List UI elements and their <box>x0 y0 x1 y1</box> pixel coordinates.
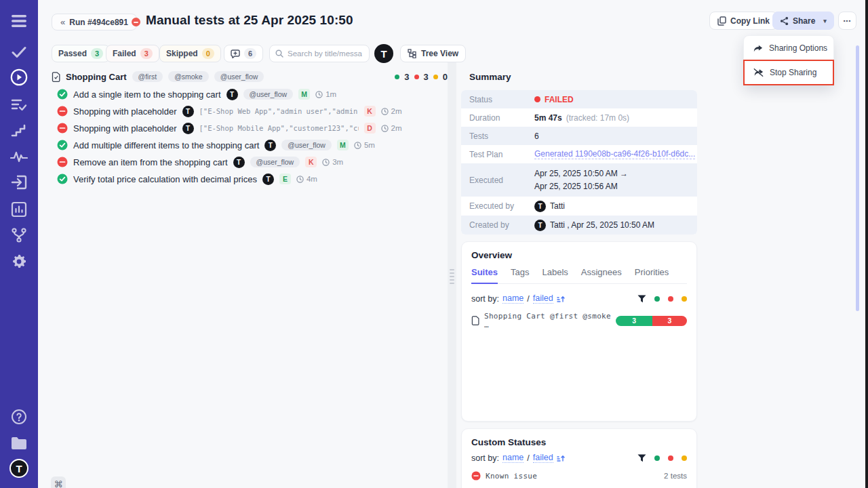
comments-filter-button[interactable]: 6 <box>224 45 263 62</box>
suite-result-bar[interactable]: 3 3 <box>616 316 687 326</box>
sort-by-failed-link[interactable]: failed <box>533 453 553 463</box>
sort-by-name-link[interactable]: name <box>502 293 524 304</box>
framework-logo: T <box>264 140 276 151</box>
overview-title: Overview <box>471 250 687 260</box>
test-failed-icon <box>57 123 68 134</box>
test-duration: 3m <box>322 158 343 166</box>
failed-bar-segment: 3 <box>652 316 687 326</box>
sort-ascending-icon[interactable] <box>557 454 565 462</box>
framework-logo: T <box>226 89 238 100</box>
test-title: Add multiple different items to the shop… <box>73 140 259 150</box>
import-icon[interactable] <box>0 172 38 192</box>
tree-view-icon <box>408 49 417 58</box>
tab-suites[interactable]: Suites <box>471 267 498 284</box>
summary-title: Summary <box>469 72 511 82</box>
chevron-left-icon: « <box>60 17 65 27</box>
test-title: Shopping with placeholder <box>73 106 177 117</box>
skipped-filter-dot[interactable] <box>682 296 687 302</box>
search-box[interactable] <box>269 45 370 62</box>
analytics-icon[interactable] <box>0 199 38 220</box>
test-title: Verify total price calculation with deci… <box>73 174 257 184</box>
overview-suite-row[interactable]: Shopping Cart @first @smoke … 3 3 <box>471 312 687 329</box>
tab-tags[interactable]: Tags <box>511 267 529 283</box>
failed-filter-dot[interactable] <box>668 455 673 461</box>
filter-passed-button[interactable]: Passed 3 <box>52 45 110 62</box>
tab-assignees[interactable]: Assignees <box>581 267 622 283</box>
summary-row-status: Status FAILED <box>461 90 697 108</box>
summary-table: Status FAILED Duration 5m 47s(tracked: 1… <box>461 90 697 235</box>
check-icon[interactable] <box>0 42 38 62</box>
share-dropdown-menu: Sharing Options Stop Sharing <box>743 35 834 85</box>
test-title: Remove an item from the shopping cart <box>73 157 228 167</box>
search-input[interactable] <box>288 49 362 58</box>
user-avatar: T <box>534 201 546 212</box>
tab-priorities[interactable]: Priorities <box>635 267 669 283</box>
failed-filter-dot[interactable] <box>668 296 673 302</box>
test-duration: 1m <box>315 90 336 98</box>
run-list-icon[interactable] <box>0 95 38 115</box>
test-tag: @user_flow <box>281 140 332 150</box>
sort-ascending-icon[interactable] <box>557 295 565 303</box>
test-tag: @user_flow <box>250 157 300 167</box>
file-icon <box>52 72 60 82</box>
sort-by-name-link[interactable]: name <box>502 453 524 463</box>
filter-funnel-icon[interactable] <box>637 295 646 303</box>
test-plan-link[interactable]: Generated 1190e08b-ca96-4f26-b10f-d6dc..… <box>534 149 695 159</box>
drag-handle-icon[interactable] <box>450 269 454 284</box>
test-row[interactable]: Shopping with placeholder T ["E-Shop Mob… <box>57 121 448 136</box>
clock-icon <box>381 125 389 132</box>
sort-by-failed-link[interactable]: failed <box>533 293 553 304</box>
test-tag: @user_flow <box>243 89 294 100</box>
back-to-run-button[interactable]: « Run #494ce891 <box>52 14 137 30</box>
passed-filter-dot[interactable] <box>654 455 660 461</box>
menu-item-sharing-options[interactable]: Sharing Options <box>744 36 833 60</box>
settings-gear-icon[interactable] <box>0 251 38 272</box>
suite-tag: @first <box>132 71 163 82</box>
pulse-icon[interactable] <box>0 146 38 167</box>
failed-dot <box>534 96 540 102</box>
skipped-label: Skipped <box>166 49 198 58</box>
test-row[interactable]: Verify total price calculation with deci… <box>57 171 448 186</box>
test-title: Add a single item to the shopping cart <box>73 89 221 100</box>
custom-status-count: 2 tests <box>664 472 687 480</box>
skipped-filter-dot[interactable] <box>682 455 687 461</box>
search-icon <box>275 49 283 58</box>
test-duration: 4m <box>296 175 317 183</box>
test-row[interactable]: Add multiple different items to the shop… <box>57 138 448 152</box>
menu-item-stop-sharing[interactable]: Stop Sharing <box>744 60 833 85</box>
tab-labels[interactable]: Labels <box>542 267 568 283</box>
forward-arrow-icon <box>753 44 763 53</box>
run-failed-status-icon <box>132 18 140 26</box>
hamburger-icon[interactable] <box>0 11 38 31</box>
passed-label: Passed <box>58 49 87 58</box>
play-circle-icon[interactable] <box>0 67 38 87</box>
user-avatar[interactable]: T <box>374 44 393 63</box>
branch-icon[interactable] <box>0 225 38 245</box>
tree-view-label: Tree View <box>421 49 458 58</box>
filter-failed-button[interactable]: Failed 3 <box>106 45 159 62</box>
overview-sort-row: sort by: name / failed <box>471 293 687 304</box>
skipped-count-badge: 0 <box>202 48 214 59</box>
panel-scrollbar[interactable] <box>856 45 859 311</box>
back-run-label: Run #494ce891 <box>69 18 128 27</box>
filter-funnel-icon[interactable] <box>637 454 646 462</box>
command-key-shortcut[interactable]: ⌘ <box>51 476 66 488</box>
test-row[interactable]: Add a single item to the shopping cart T… <box>57 87 448 102</box>
custom-status-label: Known issue <box>486 472 537 481</box>
framework-logo: T <box>182 123 194 134</box>
help-icon[interactable] <box>0 407 38 427</box>
test-passed-icon <box>57 140 68 150</box>
filter-skipped-button[interactable]: Skipped 0 <box>159 45 221 62</box>
test-row[interactable]: Shopping with placeholder T ["E-Shop Web… <box>57 104 448 119</box>
passed-filter-dot[interactable] <box>654 296 660 302</box>
suite-header[interactable]: Shopping Cart @first @smoke @user_flow 3… <box>52 70 448 83</box>
custom-status-row[interactable]: Known issue 2 tests <box>471 471 687 481</box>
app-logo[interactable]: T <box>0 458 38 479</box>
test-row[interactable]: Remove an item from the shopping cart T … <box>57 155 448 169</box>
test-duration: 2m <box>381 124 402 132</box>
overview-suite-label: Shopping Cart @first @smoke … <box>484 312 611 329</box>
steps-icon[interactable] <box>0 121 38 141</box>
panel-resize-divider[interactable] <box>448 62 456 488</box>
projects-folder-icon[interactable] <box>0 433 38 453</box>
test-passed-icon <box>57 89 68 100</box>
